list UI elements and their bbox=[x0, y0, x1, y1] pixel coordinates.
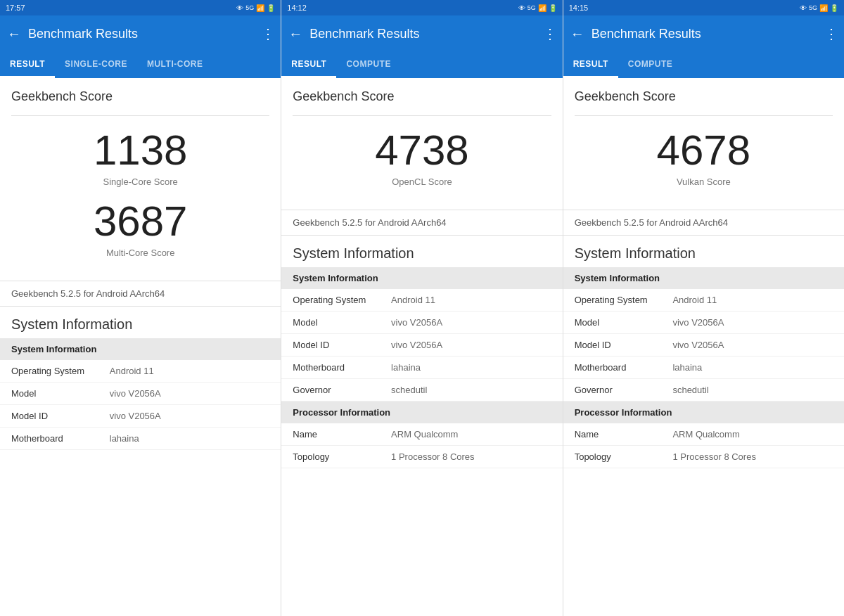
table-cell-key: Model bbox=[563, 312, 662, 334]
back-button[interactable]: ← bbox=[569, 26, 586, 42]
table-cell-key: Model ID bbox=[0, 405, 98, 428]
score-section-title: Geekbench Score bbox=[293, 89, 551, 104]
processor-header-label: Processor Information bbox=[563, 402, 844, 424]
more-button[interactable]: ⋮ bbox=[824, 25, 838, 42]
wifi-icon: 📶 bbox=[819, 4, 828, 12]
score-number: 4738 bbox=[293, 127, 551, 174]
table-row: Motherboardlahaina bbox=[563, 357, 844, 379]
score-label: OpenCL Score bbox=[293, 177, 551, 187]
table-row: NameARM Qualcomm bbox=[563, 423, 844, 446]
table-cell-key: Model ID bbox=[281, 334, 380, 357]
wifi-icon: 📶 bbox=[256, 4, 264, 12]
table-cell-value: lahaina bbox=[98, 428, 281, 450]
system-info-table: System InformationOperating SystemAndroi… bbox=[563, 267, 844, 468]
panel-3: 14:15 👁 5G 📶 🔋 ←Benchmark Results⋮RESULT… bbox=[563, 0, 844, 616]
status-time: 14:15 bbox=[569, 4, 589, 12]
table-cell-key: Name bbox=[563, 423, 662, 446]
table-cell-value: vivo V2056A bbox=[661, 312, 844, 334]
status-bar: 14:12 👁 5G 📶 🔋 bbox=[281, 0, 562, 15]
table-row: Modelvivo V2056A bbox=[563, 312, 844, 334]
more-button[interactable]: ⋮ bbox=[543, 25, 557, 42]
eye-icon: 👁 bbox=[518, 4, 525, 12]
score-block-0: 4678Vulkan Score bbox=[575, 127, 833, 187]
system-info-heading: System Information bbox=[563, 236, 844, 267]
tab-result[interactable]: RESULT bbox=[0, 52, 55, 78]
table-cell-key: Topology bbox=[281, 446, 380, 468]
content-area: Geekbench Score4678Vulkan ScoreGeekbench… bbox=[563, 78, 844, 616]
battery-icon: 🔋 bbox=[830, 4, 838, 12]
table-row: Topology1 Processor 8 Cores bbox=[563, 446, 844, 468]
toolbar-title: Benchmark Results bbox=[309, 27, 537, 41]
toolbar-title: Benchmark Results bbox=[28, 27, 255, 41]
toolbar: ←Benchmark Results⋮ bbox=[563, 15, 844, 52]
score-number: 3687 bbox=[11, 198, 269, 245]
toolbar: ←Benchmark Results⋮ bbox=[0, 15, 281, 52]
table-row: Modelvivo V2056A bbox=[281, 312, 562, 334]
table-row: Operating SystemAndroid 11 bbox=[563, 289, 844, 312]
system-info-heading: System Information bbox=[281, 236, 562, 267]
tab-singlecore[interactable]: SINGLE-CORE bbox=[55, 52, 137, 78]
more-button[interactable]: ⋮ bbox=[261, 25, 275, 42]
table-cell-value: ARM Qualcomm bbox=[380, 423, 563, 446]
table-row: Motherboardlahaina bbox=[0, 428, 281, 450]
tab-compute[interactable]: COMPUTE bbox=[336, 52, 401, 78]
score-number: 4678 bbox=[575, 127, 833, 174]
table-row: Topology1 Processor 8 Cores bbox=[281, 446, 562, 468]
table-cell-key: Motherboard bbox=[0, 428, 98, 450]
table-cell-key: Model bbox=[0, 383, 98, 405]
table-section-header: System Information bbox=[0, 338, 281, 360]
status-time: 17:57 bbox=[6, 4, 25, 12]
table-row: NameARM Qualcomm bbox=[281, 423, 562, 446]
status-bar: 17:57 👁 5G 📶 🔋 bbox=[0, 0, 281, 15]
table-row: Model IDvivo V2056A bbox=[0, 405, 281, 428]
back-button[interactable]: ← bbox=[6, 26, 23, 42]
system-info-table: System InformationOperating SystemAndroi… bbox=[281, 267, 562, 468]
table-cell-value: vivo V2056A bbox=[98, 383, 281, 405]
table-cell-value: 1 Processor 8 Cores bbox=[661, 446, 844, 468]
table-section-header: System Information bbox=[563, 267, 844, 289]
status-icons: 👁 5G 📶 🔋 bbox=[236, 4, 275, 12]
tab-multicore[interactable]: MULTI-CORE bbox=[137, 52, 212, 78]
battery-icon: 🔋 bbox=[549, 4, 557, 12]
content-area: Geekbench Score4738OpenCL ScoreGeekbench… bbox=[281, 78, 562, 616]
geekbench-version: Geekbench 5.2.5 for Android AArch64 bbox=[563, 210, 844, 236]
score-label: Vulkan Score bbox=[575, 177, 833, 187]
processor-header-label: Processor Information bbox=[281, 402, 562, 424]
table-cell-value: vivo V2056A bbox=[380, 312, 563, 334]
score-label: Multi-Core Score bbox=[11, 248, 269, 258]
section-header-label: System Information bbox=[281, 267, 562, 289]
table-cell-key: Motherboard bbox=[281, 357, 380, 379]
tabs: RESULTSINGLE-COREMULTI-CORE bbox=[0, 52, 281, 78]
status-icons: 👁 5G 📶 🔋 bbox=[800, 4, 838, 12]
table-cell-key: Governor bbox=[281, 379, 380, 402]
table-row: Model IDvivo V2056A bbox=[563, 334, 844, 357]
signal-icon: 5G bbox=[245, 4, 254, 11]
tab-result[interactable]: RESULT bbox=[281, 52, 336, 78]
table-cell-value: Android 11 bbox=[661, 289, 844, 312]
score-section: Geekbench Score1138Single-Core Score3687… bbox=[0, 78, 281, 281]
table-row: Motherboardlahaina bbox=[281, 357, 562, 379]
signal-icon: 5G bbox=[809, 4, 817, 11]
status-time: 14:12 bbox=[287, 4, 307, 12]
battery-icon: 🔋 bbox=[267, 4, 275, 12]
table-cell-value: lahaina bbox=[661, 357, 844, 379]
table-row: Operating SystemAndroid 11 bbox=[281, 289, 562, 312]
table-cell-value: vivo V2056A bbox=[98, 405, 281, 428]
content-area: Geekbench Score1138Single-Core Score3687… bbox=[0, 78, 281, 616]
score-number: 1138 bbox=[11, 127, 269, 174]
score-block-0: 1138Single-Core Score bbox=[11, 127, 269, 187]
score-block-1: 3687Multi-Core Score bbox=[11, 198, 269, 258]
table-cell-value: Android 11 bbox=[98, 360, 281, 383]
table-cell-value: 1 Processor 8 Cores bbox=[380, 446, 563, 468]
table-cell-key: Model bbox=[281, 312, 380, 334]
table-row: Operating SystemAndroid 11 bbox=[0, 360, 281, 383]
tab-compute[interactable]: COMPUTE bbox=[618, 52, 683, 78]
eye-icon: 👁 bbox=[800, 4, 807, 12]
system-info-table: System InformationOperating SystemAndroi… bbox=[0, 338, 281, 450]
back-button[interactable]: ← bbox=[287, 26, 304, 42]
score-block-0: 4738OpenCL Score bbox=[293, 127, 551, 187]
panel-2: 14:12 👁 5G 📶 🔋 ←Benchmark Results⋮RESULT… bbox=[281, 0, 563, 616]
score-section-title: Geekbench Score bbox=[11, 89, 269, 104]
system-info-heading: System Information bbox=[0, 307, 281, 338]
tab-result[interactable]: RESULT bbox=[563, 52, 618, 78]
